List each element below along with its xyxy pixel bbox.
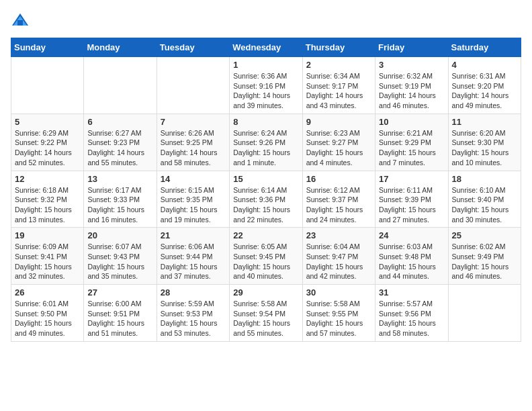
calendar-cell: 16Sunrise: 6:12 AM Sunset: 9:37 PM Dayli… [302,171,375,228]
calendar-cell: 6Sunrise: 6:27 AM Sunset: 9:23 PM Daylig… [84,113,157,171]
calendar-cell: 10Sunrise: 6:21 AM Sunset: 9:29 PM Dayli… [375,113,448,171]
day-number: 11 [452,117,517,127]
calendar-cell: 20Sunrise: 6:07 AM Sunset: 9:43 PM Dayli… [84,228,157,285]
day-number: 15 [233,174,298,184]
day-info: Sunrise: 6:20 AM Sunset: 9:30 PM Dayligh… [452,128,517,168]
day-number: 23 [306,230,371,240]
day-number: 31 [379,287,444,298]
day-info: Sunrise: 6:15 AM Sunset: 9:35 PM Dayligh… [161,185,226,225]
calendar-week-row: 1Sunrise: 6:36 AM Sunset: 9:16 PM Daylig… [11,57,521,114]
calendar-cell: 28Sunrise: 5:59 AM Sunset: 9:53 PM Dayli… [157,285,229,342]
calendar-cell: 1Sunrise: 6:36 AM Sunset: 9:16 PM Daylig… [230,57,302,114]
calendar-cell: 13Sunrise: 6:17 AM Sunset: 9:33 PM Dayli… [84,171,157,228]
calendar-cell: 26Sunrise: 6:01 AM Sunset: 9:50 PM Dayli… [11,285,84,342]
calendar-cell: 17Sunrise: 6:11 AM Sunset: 9:39 PM Dayli… [375,171,448,228]
day-info: Sunrise: 6:32 AM Sunset: 9:19 PM Dayligh… [379,71,444,111]
calendar-header-wednesday: Wednesday [230,38,302,57]
day-number: 13 [87,174,152,184]
day-number: 10 [379,117,444,127]
calendar-cell: 14Sunrise: 6:15 AM Sunset: 9:35 PM Dayli… [157,171,229,228]
calendar-header-tuesday: Tuesday [157,38,229,57]
logo-icon [11,11,30,30]
calendar-week-row: 12Sunrise: 6:18 AM Sunset: 9:32 PM Dayli… [11,171,521,228]
calendar-cell: 24Sunrise: 6:03 AM Sunset: 9:48 PM Dayli… [375,228,448,285]
day-info: Sunrise: 5:58 AM Sunset: 9:55 PM Dayligh… [306,299,371,338]
day-number: 4 [452,60,517,70]
day-info: Sunrise: 6:24 AM Sunset: 9:26 PM Dayligh… [233,128,298,168]
calendar-cell: 15Sunrise: 6:14 AM Sunset: 9:36 PM Dayli… [230,171,302,228]
calendar-header-saturday: Saturday [448,38,521,57]
calendar-cell: 25Sunrise: 6:02 AM Sunset: 9:49 PM Dayli… [448,228,521,285]
day-info: Sunrise: 6:34 AM Sunset: 9:17 PM Dayligh… [306,71,371,111]
calendar-cell: 23Sunrise: 6:04 AM Sunset: 9:47 PM Dayli… [302,228,375,285]
calendar-cell [11,57,84,114]
day-info: Sunrise: 6:23 AM Sunset: 9:27 PM Dayligh… [306,128,371,168]
day-info: Sunrise: 6:26 AM Sunset: 9:25 PM Dayligh… [161,128,226,168]
day-number: 16 [306,174,371,184]
day-number: 27 [87,287,152,298]
day-info: Sunrise: 6:18 AM Sunset: 9:32 PM Dayligh… [15,185,80,225]
calendar-header-sunday: Sunday [11,38,84,57]
calendar-table: SundayMondayTuesdayWednesdayThursdayFrid… [11,38,521,342]
day-info: Sunrise: 6:02 AM Sunset: 9:49 PM Dayligh… [452,242,517,281]
calendar-cell: 8Sunrise: 6:24 AM Sunset: 9:26 PM Daylig… [230,113,302,171]
day-info: Sunrise: 6:17 AM Sunset: 9:33 PM Dayligh… [87,185,152,225]
day-info: Sunrise: 6:03 AM Sunset: 9:48 PM Dayligh… [379,242,444,281]
day-number: 5 [15,117,80,127]
day-info: Sunrise: 6:36 AM Sunset: 9:16 PM Dayligh… [233,71,298,111]
day-info: Sunrise: 6:00 AM Sunset: 9:51 PM Dayligh… [87,299,152,338]
day-number: 6 [87,117,152,127]
day-number: 21 [161,230,226,240]
day-number: 25 [452,230,517,240]
day-info: Sunrise: 6:29 AM Sunset: 9:22 PM Dayligh… [15,128,80,168]
day-number: 22 [233,230,298,240]
day-number: 19 [15,230,80,240]
day-info: Sunrise: 6:21 AM Sunset: 9:29 PM Dayligh… [379,128,444,168]
calendar-cell: 2Sunrise: 6:34 AM Sunset: 9:17 PM Daylig… [302,57,375,114]
page-header [11,11,521,30]
calendar-cell: 27Sunrise: 6:00 AM Sunset: 9:51 PM Dayli… [84,285,157,342]
day-info: Sunrise: 6:27 AM Sunset: 9:23 PM Dayligh… [87,128,152,168]
day-number: 18 [452,174,517,184]
day-info: Sunrise: 5:57 AM Sunset: 9:56 PM Dayligh… [379,299,444,338]
day-number: 20 [87,230,152,240]
day-info: Sunrise: 6:05 AM Sunset: 9:45 PM Dayligh… [233,242,298,281]
calendar-cell: 4Sunrise: 6:31 AM Sunset: 9:20 PM Daylig… [448,57,521,114]
day-info: Sunrise: 5:58 AM Sunset: 9:54 PM Dayligh… [233,299,298,338]
calendar-week-row: 5Sunrise: 6:29 AM Sunset: 9:22 PM Daylig… [11,113,521,171]
calendar-cell: 29Sunrise: 5:58 AM Sunset: 9:54 PM Dayli… [230,285,302,342]
calendar-cell [157,57,229,114]
calendar-cell: 18Sunrise: 6:10 AM Sunset: 9:40 PM Dayli… [448,171,521,228]
day-number: 24 [379,230,444,240]
day-number: 8 [233,117,298,127]
calendar-header-row: SundayMondayTuesdayWednesdayThursdayFrid… [11,38,521,57]
day-number: 30 [306,287,371,298]
day-info: Sunrise: 6:31 AM Sunset: 9:20 PM Dayligh… [452,71,517,111]
day-info: Sunrise: 6:09 AM Sunset: 9:41 PM Dayligh… [15,242,80,281]
day-info: Sunrise: 6:14 AM Sunset: 9:36 PM Dayligh… [233,185,298,225]
day-info: Sunrise: 6:10 AM Sunset: 9:40 PM Dayligh… [452,185,517,225]
logo [11,11,32,30]
day-number: 7 [161,117,226,127]
day-number: 26 [15,287,80,298]
day-number: 28 [161,287,226,298]
calendar-header-thursday: Thursday [302,38,375,57]
day-number: 9 [306,117,371,127]
day-info: Sunrise: 5:59 AM Sunset: 9:53 PM Dayligh… [161,299,226,338]
calendar-cell: 11Sunrise: 6:20 AM Sunset: 9:30 PM Dayli… [448,113,521,171]
calendar-cell: 7Sunrise: 6:26 AM Sunset: 9:25 PM Daylig… [157,113,229,171]
day-number: 1 [233,60,298,70]
calendar-header-friday: Friday [375,38,448,57]
calendar-cell: 9Sunrise: 6:23 AM Sunset: 9:27 PM Daylig… [302,113,375,171]
day-number: 2 [306,60,371,70]
day-info: Sunrise: 6:12 AM Sunset: 9:37 PM Dayligh… [306,185,371,225]
calendar-cell: 22Sunrise: 6:05 AM Sunset: 9:45 PM Dayli… [230,228,302,285]
day-info: Sunrise: 6:04 AM Sunset: 9:47 PM Dayligh… [306,242,371,281]
day-info: Sunrise: 6:07 AM Sunset: 9:43 PM Dayligh… [87,242,152,281]
calendar-cell: 19Sunrise: 6:09 AM Sunset: 9:41 PM Dayli… [11,228,84,285]
calendar-cell: 30Sunrise: 5:58 AM Sunset: 9:55 PM Dayli… [302,285,375,342]
calendar-cell: 5Sunrise: 6:29 AM Sunset: 9:22 PM Daylig… [11,113,84,171]
day-info: Sunrise: 6:01 AM Sunset: 9:50 PM Dayligh… [15,299,80,338]
calendar-cell: 12Sunrise: 6:18 AM Sunset: 9:32 PM Dayli… [11,171,84,228]
calendar-week-row: 26Sunrise: 6:01 AM Sunset: 9:50 PM Dayli… [11,285,521,342]
